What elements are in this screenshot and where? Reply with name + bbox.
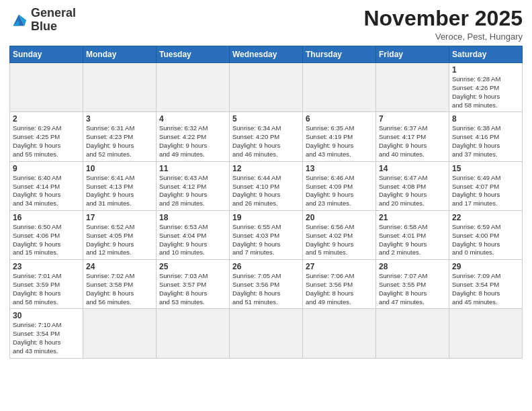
day-number: 12 — [232, 164, 300, 173]
day-number: 10 — [86, 164, 153, 173]
day-number: 1 — [452, 65, 519, 75]
weekday-header-monday: Monday — [83, 46, 157, 63]
day-number: 9 — [13, 164, 80, 173]
calendar-cell: 26Sunrise: 7:05 AM Sunset: 3:56 PM Dayli… — [230, 260, 303, 309]
day-info: Sunrise: 6:46 AM Sunset: 4:09 PM Dayligh… — [306, 174, 373, 208]
day-info: Sunrise: 6:50 AM Sunset: 4:06 PM Dayligh… — [13, 223, 80, 257]
day-number: 14 — [379, 164, 446, 173]
day-number: 24 — [86, 262, 153, 271]
day-info: Sunrise: 6:40 AM Sunset: 4:14 PM Dayligh… — [13, 174, 80, 208]
day-number: 25 — [159, 262, 226, 271]
calendar-week-2: 9Sunrise: 6:40 AM Sunset: 4:14 PM Daylig… — [10, 161, 523, 210]
day-info: Sunrise: 6:34 AM Sunset: 4:20 PM Dayligh… — [232, 124, 300, 158]
day-info: Sunrise: 7:06 AM Sunset: 3:56 PM Dayligh… — [306, 272, 373, 306]
day-number: 15 — [452, 164, 519, 173]
calendar: SundayMondayTuesdayWednesdayThursdayFrid… — [9, 46, 523, 359]
calendar-cell: 21Sunrise: 6:58 AM Sunset: 4:01 PM Dayli… — [376, 210, 449, 259]
calendar-cell: 25Sunrise: 7:03 AM Sunset: 3:57 PM Dayli… — [157, 260, 230, 309]
calendar-week-3: 16Sunrise: 6:50 AM Sunset: 4:06 PM Dayli… — [10, 210, 523, 259]
day-number: 22 — [452, 213, 519, 222]
calendar-cell: 18Sunrise: 6:53 AM Sunset: 4:04 PM Dayli… — [157, 210, 230, 259]
day-number: 4 — [159, 114, 226, 124]
day-number: 3 — [86, 114, 153, 124]
day-info: Sunrise: 6:38 AM Sunset: 4:16 PM Dayligh… — [452, 124, 519, 158]
day-info: Sunrise: 6:49 AM Sunset: 4:07 PM Dayligh… — [452, 174, 519, 208]
page-header: GeneralBlue November 2025 Veroce, Pest, … — [9, 7, 523, 42]
day-number: 20 — [306, 213, 373, 222]
day-info: Sunrise: 6:37 AM Sunset: 4:17 PM Dayligh… — [379, 124, 446, 158]
calendar-cell: 4Sunrise: 6:32 AM Sunset: 4:22 PM Daylig… — [157, 112, 230, 161]
calendar-week-5: 30Sunrise: 7:10 AM Sunset: 3:54 PM Dayli… — [10, 309, 523, 358]
location: Veroce, Pest, Hungary — [363, 32, 523, 42]
calendar-cell — [303, 63, 376, 112]
day-number: 26 — [232, 262, 300, 271]
calendar-cell: 13Sunrise: 6:46 AM Sunset: 4:09 PM Dayli… — [303, 161, 376, 210]
day-number: 5 — [232, 114, 300, 124]
calendar-week-4: 23Sunrise: 7:01 AM Sunset: 3:59 PM Dayli… — [10, 260, 523, 309]
calendar-cell — [449, 309, 523, 358]
day-number: 21 — [379, 213, 446, 222]
calendar-cell — [83, 63, 157, 112]
weekday-header-saturday: Saturday — [449, 46, 523, 63]
day-info: Sunrise: 6:31 AM Sunset: 4:23 PM Dayligh… — [86, 124, 153, 158]
day-info: Sunrise: 6:47 AM Sunset: 4:08 PM Dayligh… — [379, 174, 446, 208]
day-number: 19 — [232, 213, 300, 222]
day-info: Sunrise: 6:58 AM Sunset: 4:01 PM Dayligh… — [379, 223, 446, 257]
calendar-cell: 5Sunrise: 6:34 AM Sunset: 4:20 PM Daylig… — [230, 112, 303, 161]
calendar-cell: 17Sunrise: 6:52 AM Sunset: 4:05 PM Dayli… — [83, 210, 157, 259]
calendar-cell: 6Sunrise: 6:35 AM Sunset: 4:19 PM Daylig… — [303, 112, 376, 161]
weekday-header-friday: Friday — [376, 46, 449, 63]
calendar-cell: 19Sunrise: 6:55 AM Sunset: 4:03 PM Dayli… — [230, 210, 303, 259]
day-number: 11 — [159, 164, 226, 173]
calendar-cell: 27Sunrise: 7:06 AM Sunset: 3:56 PM Dayli… — [303, 260, 376, 309]
day-number: 30 — [13, 311, 80, 320]
day-number: 18 — [159, 213, 226, 222]
day-info: Sunrise: 6:41 AM Sunset: 4:13 PM Dayligh… — [86, 174, 153, 208]
day-info: Sunrise: 7:09 AM Sunset: 3:54 PM Dayligh… — [452, 272, 519, 306]
weekday-header-sunday: Sunday — [10, 46, 83, 63]
calendar-cell: 7Sunrise: 6:37 AM Sunset: 4:17 PM Daylig… — [376, 112, 449, 161]
calendar-week-0: 1Sunrise: 6:28 AM Sunset: 4:26 PM Daylig… — [10, 63, 523, 112]
day-number: 6 — [306, 114, 373, 124]
day-number: 8 — [452, 114, 519, 124]
day-number: 16 — [13, 213, 80, 222]
day-number: 23 — [13, 262, 80, 271]
calendar-header-row: SundayMondayTuesdayWednesdayThursdayFrid… — [10, 46, 523, 63]
day-info: Sunrise: 6:56 AM Sunset: 4:02 PM Dayligh… — [306, 223, 373, 257]
calendar-cell — [157, 63, 230, 112]
calendar-cell: 23Sunrise: 7:01 AM Sunset: 3:59 PM Dayli… — [10, 260, 83, 309]
day-info: Sunrise: 6:29 AM Sunset: 4:25 PM Dayligh… — [13, 124, 80, 158]
calendar-cell: 29Sunrise: 7:09 AM Sunset: 3:54 PM Dayli… — [449, 260, 523, 309]
day-info: Sunrise: 6:32 AM Sunset: 4:22 PM Dayligh… — [159, 124, 226, 158]
day-info: Sunrise: 7:02 AM Sunset: 3:58 PM Dayligh… — [86, 272, 153, 306]
calendar-cell: 15Sunrise: 6:49 AM Sunset: 4:07 PM Dayli… — [449, 161, 523, 210]
day-number: 17 — [86, 213, 153, 222]
day-info: Sunrise: 6:52 AM Sunset: 4:05 PM Dayligh… — [86, 223, 153, 257]
day-number: 28 — [379, 262, 446, 271]
calendar-cell: 3Sunrise: 6:31 AM Sunset: 4:23 PM Daylig… — [83, 112, 157, 161]
day-number: 2 — [13, 114, 80, 124]
day-info: Sunrise: 6:28 AM Sunset: 4:26 PM Dayligh… — [452, 75, 519, 109]
calendar-cell — [230, 309, 303, 358]
calendar-week-1: 2Sunrise: 6:29 AM Sunset: 4:25 PM Daylig… — [10, 112, 523, 161]
logo: GeneralBlue — [9, 7, 76, 34]
logo-text: GeneralBlue — [31, 7, 76, 34]
day-number: 13 — [306, 164, 373, 173]
calendar-cell — [376, 309, 449, 358]
day-info: Sunrise: 7:05 AM Sunset: 3:56 PM Dayligh… — [232, 272, 300, 306]
calendar-cell: 12Sunrise: 6:44 AM Sunset: 4:10 PM Dayli… — [230, 161, 303, 210]
day-info: Sunrise: 6:53 AM Sunset: 4:04 PM Dayligh… — [159, 223, 226, 257]
weekday-header-wednesday: Wednesday — [230, 46, 303, 63]
calendar-cell: 28Sunrise: 7:07 AM Sunset: 3:55 PM Dayli… — [376, 260, 449, 309]
day-info: Sunrise: 6:35 AM Sunset: 4:19 PM Dayligh… — [306, 124, 373, 158]
calendar-cell — [157, 309, 230, 358]
day-info: Sunrise: 6:43 AM Sunset: 4:12 PM Dayligh… — [159, 174, 226, 208]
calendar-cell: 10Sunrise: 6:41 AM Sunset: 4:13 PM Dayli… — [83, 161, 157, 210]
day-number: 29 — [452, 262, 519, 271]
calendar-cell — [230, 63, 303, 112]
day-info: Sunrise: 6:55 AM Sunset: 4:03 PM Dayligh… — [232, 223, 300, 257]
calendar-cell: 11Sunrise: 6:43 AM Sunset: 4:12 PM Dayli… — [157, 161, 230, 210]
weekday-header-thursday: Thursday — [303, 46, 376, 63]
calendar-cell: 16Sunrise: 6:50 AM Sunset: 4:06 PM Dayli… — [10, 210, 83, 259]
calendar-cell: 24Sunrise: 7:02 AM Sunset: 3:58 PM Dayli… — [83, 260, 157, 309]
